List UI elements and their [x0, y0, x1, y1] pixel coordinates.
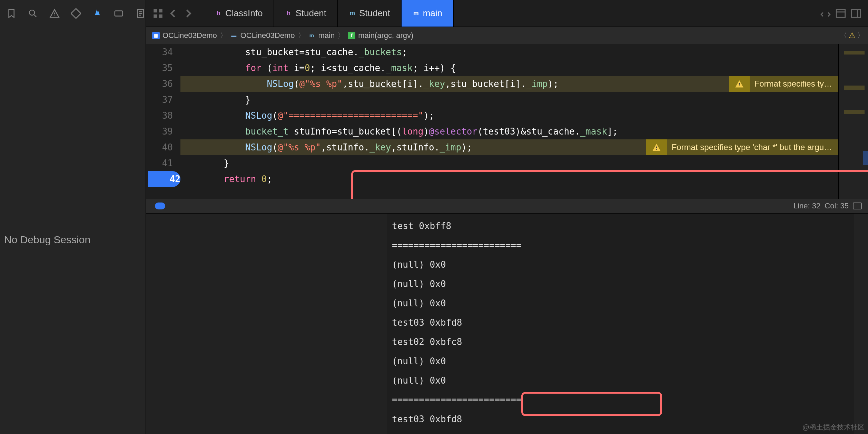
editor-statusbar: Line: 32 Col: 35: [146, 199, 868, 213]
breakpoint-pill-icon[interactable]: [155, 203, 165, 209]
breadcrumb-function[interactable]: fmain(argc, argv): [348, 31, 413, 40]
tab-main[interactable]: mmain: [402, 0, 454, 27]
forward-icon[interactable]: [183, 8, 194, 19]
svg-point-0: [29, 10, 34, 15]
code-line[interactable]: NSLog(@"%s %p",stuInfo._key,stuInfo._imp…: [180, 139, 838, 155]
line-number[interactable]: 37: [146, 92, 173, 108]
code-line[interactable]: NSLog(@"========================");: [180, 108, 838, 124]
code-line[interactable]: NSLog(@"%s %p",stu_bucket[i]._key,stu_bu…: [180, 76, 838, 92]
issues-icon[interactable]: [49, 8, 60, 19]
toggle-console-icon[interactable]: [853, 203, 862, 209]
tab-label: main: [423, 8, 442, 19]
line-number[interactable]: 39: [146, 124, 173, 139]
next-issue-icon[interactable]: 〉: [857, 30, 865, 41]
report-icon[interactable]: [135, 8, 146, 19]
crumb-label: OCLine03Demo: [240, 31, 295, 40]
tab-label: Student: [359, 8, 390, 19]
line-number[interactable]: 38: [146, 108, 173, 124]
impl-file-icon: m: [308, 32, 316, 39]
warning-text: Format specifies type 'char *' but the a…: [672, 139, 832, 155]
code-line[interactable]: return 0;: [180, 171, 838, 187]
console-line: Program ended with exit code: 0: [392, 429, 863, 434]
related-items-icon[interactable]: [152, 8, 164, 19]
inline-warning[interactable]: Format specifies type 'char *' but the a…: [646, 139, 838, 155]
svg-point-11: [656, 149, 657, 150]
debug-icon[interactable]: [92, 8, 102, 19]
header-file-icon: h: [215, 10, 222, 17]
tests-icon[interactable]: [71, 8, 81, 19]
console-line: test02 0xbfc8: [392, 332, 863, 352]
chevron-right-icon: 〉: [298, 30, 305, 41]
svg-point-10: [739, 86, 739, 86]
code-editor: 34 35 36 37 38 39 40 41 42 stu_bucket=st…: [146, 44, 868, 434]
console-line: test03 0xbfd8: [392, 313, 863, 332]
line-number[interactable]: 35: [146, 60, 173, 76]
minimap[interactable]: [838, 44, 868, 199]
back-icon[interactable]: [167, 8, 179, 19]
prev-issue-icon[interactable]: 〈: [840, 30, 847, 41]
console-line: (null) 0x0: [392, 255, 863, 274]
breadcrumb-folder[interactable]: ▬OCLine03Demo: [230, 31, 295, 40]
crumb-label: main: [318, 31, 335, 40]
editor-area: hClassInfo hStudent mStudent mmain ▦OCLi…: [146, 0, 868, 434]
chevron-right-icon: 〉: [220, 30, 227, 41]
svg-rect-7: [159, 14, 162, 18]
bookmark-icon[interactable]: [6, 8, 17, 19]
warning-icon[interactable]: ⚠: [849, 31, 856, 40]
project-icon: ▦: [152, 32, 160, 39]
watermark: @稀土掘金技术社区: [802, 423, 865, 432]
tab-classinfo[interactable]: hClassInfo: [204, 0, 274, 27]
console-scrollbar[interactable]: [854, 214, 868, 434]
current-line-number[interactable]: 42: [148, 171, 180, 187]
search-icon[interactable]: [28, 8, 38, 19]
adjust-editor-icon[interactable]: [835, 8, 847, 19]
svg-rect-5: [159, 9, 162, 12]
inline-warning[interactable]: Format specifies ty…: [729, 76, 838, 92]
file-tabs: hClassInfo hStudent mStudent mmain: [204, 0, 454, 27]
breadcrumb-bar: ▦OCLine03Demo 〉 ▬OCLine03Demo 〉 mmain 〉 …: [146, 27, 868, 44]
breadcrumb-project[interactable]: ▦OCLine03Demo: [152, 31, 217, 40]
code-review-icon[interactable]: [820, 8, 831, 19]
variables-view[interactable]: [146, 214, 387, 434]
line-number[interactable]: 40: [146, 139, 173, 155]
code-line[interactable]: stu_bucket=stu_cache._buckets;: [180, 44, 838, 60]
tab-bar-nav: [146, 8, 200, 19]
code-viewport[interactable]: 34 35 36 37 38 39 40 41 42 stu_bucket=st…: [146, 44, 868, 199]
tab-student-m[interactable]: mStudent: [338, 0, 402, 27]
code-line[interactable]: for (int i=0; i<stu_cache._mask; i++) {: [180, 60, 838, 76]
console-line: (null) 0x0: [392, 274, 863, 294]
console-line: ========================: [392, 236, 863, 255]
console-line: (null) 0x0: [392, 352, 863, 371]
folder-icon: ▬: [230, 32, 238, 39]
crumb-label: OCLine03Demo: [162, 31, 217, 40]
line-gutter[interactable]: 34 35 36 37 38 39 40 41 42: [146, 44, 180, 187]
add-editor-icon[interactable]: [850, 8, 862, 19]
crumb-label: main(argc, argv): [358, 31, 413, 40]
code-content[interactable]: stu_bucket=stu_cache._buckets; for (int …: [180, 44, 838, 187]
line-number[interactable]: 34: [146, 44, 173, 60]
svg-rect-2: [115, 11, 123, 16]
code-line[interactable]: bucket_t stuInfo=stu_bucket[(long)@selec…: [180, 124, 838, 139]
console-line: test 0xbff8: [392, 216, 863, 236]
debug-area: test 0xbff8========================(null…: [146, 213, 868, 434]
line-number[interactable]: 41: [146, 155, 173, 171]
warning-triangle-icon: [646, 139, 667, 155]
header-file-icon: h: [285, 10, 292, 17]
breakpoint-icon[interactable]: [114, 8, 124, 19]
svg-rect-1: [71, 9, 81, 19]
svg-rect-9: [851, 9, 860, 17]
tab-bar: hClassInfo hStudent mStudent mmain: [146, 0, 868, 27]
cursor-line: Line: 32: [793, 201, 820, 210]
function-icon: f: [348, 32, 355, 39]
impl-file-icon: m: [349, 10, 356, 17]
console-line: (null) 0x0: [392, 371, 863, 390]
line-number[interactable]: 36: [146, 76, 173, 92]
console-output[interactable]: test 0xbff8========================(null…: [387, 214, 868, 434]
impl-file-icon: m: [413, 10, 420, 17]
code-line[interactable]: }: [180, 155, 838, 171]
no-debug-label: No Debug Session: [4, 234, 146, 246]
tab-student-h[interactable]: hStudent: [274, 0, 338, 27]
breadcrumb-file[interactable]: mmain: [308, 31, 335, 40]
code-line[interactable]: }: [180, 92, 838, 108]
console-line: (null) 0x0: [392, 294, 863, 313]
